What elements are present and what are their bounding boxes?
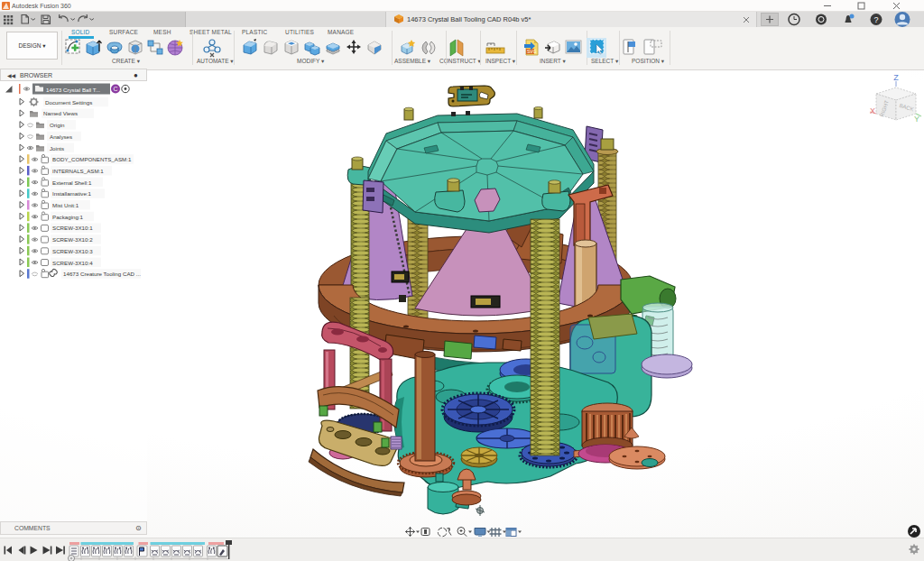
- svg-text:?: ?: [873, 15, 878, 24]
- svg-text:Installamative:1: Installamative:1: [52, 190, 92, 197]
- svg-text:SVG: SVG: [527, 49, 537, 54]
- svg-text:Y: Y: [914, 115, 919, 124]
- svg-text:Z: Z: [893, 73, 899, 82]
- svg-text:SCREW-3X10:4: SCREW-3X10:4: [52, 260, 93, 266]
- svg-text:SCREW-3X10:2: SCREW-3X10:2: [52, 236, 93, 243]
- svg-text:SCREW-3X10:1: SCREW-3X10:1: [52, 225, 93, 231]
- svg-text:Packaging:1: Packaging:1: [52, 214, 84, 220]
- svg-text:Mist Unit:1: Mist Unit:1: [52, 202, 79, 208]
- svg-text:X: X: [870, 106, 875, 115]
- svg-text:Joints: Joints: [50, 145, 64, 152]
- svg-text:INTERNALS_ASM:1: INTERNALS_ASM:1: [52, 168, 104, 174]
- svg-text:External Shell:1: External Shell:1: [52, 179, 92, 186]
- svg-text:C: C: [113, 86, 117, 92]
- svg-text:BODY_COMPONENTS_ASM:1: BODY_COMPONENTS_ASM:1: [52, 156, 132, 162]
- svg-text:Document Settings: Document Settings: [45, 99, 92, 106]
- svg-text:Origin: Origin: [50, 122, 65, 128]
- svg-text:Analyses: Analyses: [50, 133, 72, 140]
- svg-text:Named Views: Named Views: [43, 110, 78, 116]
- svg-text:14673 Crystal Ball T...: 14673 Crystal Ball T...: [46, 87, 100, 93]
- svg-text:SCREW-3X10:3: SCREW-3X10:3: [52, 248, 93, 254]
- svg-text:14673 Creature Tooling CAD ...: 14673 Creature Tooling CAD ...: [63, 271, 141, 277]
